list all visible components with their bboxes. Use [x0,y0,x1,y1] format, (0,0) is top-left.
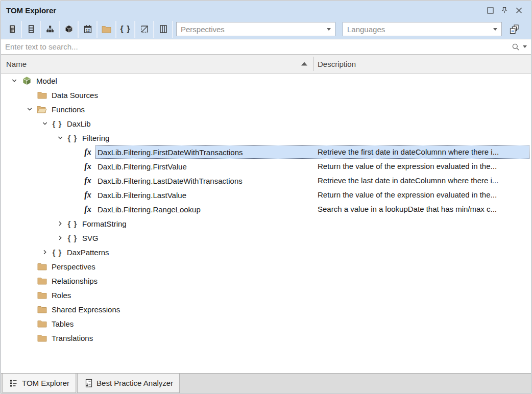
chevron-spacer [23,274,36,288]
tab-tom-explorer[interactable]: TOM Explorer [3,374,76,393]
folder-icon [36,274,48,288]
column-header-name[interactable]: Name [6,60,27,68]
chevron-spacer [23,288,36,302]
tree-row[interactable]: fxDaxLib.Filtering.LastValueReturn the v… [1,188,531,202]
braces-icon: { } [51,116,63,131]
pin-button[interactable] [497,4,512,17]
toolbar: 12 { } Perspectives Languages [1,19,531,39]
namespaces-button[interactable]: { } [116,21,135,38]
folder-icon [36,316,48,331]
chevron-right-icon[interactable] [54,231,66,245]
close-icon [515,7,523,14]
tree-row[interactable]: Tables [1,316,531,331]
tab-label: TOM Explorer [22,379,69,387]
column-header-description[interactable]: Description [318,60,356,68]
tree-item-description: Return the value of the expression evalu… [318,159,497,174]
tree-row[interactable]: fxDaxLib.Filtering.LastDateWithTransacti… [1,174,531,188]
tree-row[interactable]: { }DaxPatterns [1,245,531,259]
fx-icon: fx [82,202,94,216]
hierarchies-button[interactable] [41,21,60,38]
chevron-right-icon[interactable] [39,245,51,259]
tree-list-icon [9,379,18,388]
folder-icon [36,302,48,316]
tree-item-label: DaxPatterns [65,248,111,257]
column-divider[interactable] [313,57,314,71]
tree-row[interactable]: fxDaxLib.Filtering.FirstDateWithTransact… [1,145,531,159]
braces-icon: { } [51,245,63,259]
search-options-chevron-icon[interactable] [523,45,527,48]
pin-icon [500,6,509,14]
perspectives-dropdown[interactable]: Perspectives [176,22,335,36]
tree-item-label: Translations [50,334,94,342]
chevron-spacer [23,259,36,274]
calendar-icon: 12 [83,24,92,34]
tree-row[interactable]: Relationships [1,274,531,288]
tom-explorer-panel: TOM Explorer [1,1,531,393]
fx-icon: fx [82,174,94,188]
folder-open-icon [36,102,48,116]
tree-row[interactable]: Perspectives [1,259,531,274]
chevron-spacer [69,159,82,174]
search-icon[interactable] [512,43,520,51]
folder-icon [102,25,111,33]
braces-icon: { } [66,131,79,145]
partitions-button[interactable] [135,21,154,38]
tree-item-label: Perspectives [50,262,97,271]
cube-button[interactable] [60,21,79,38]
chevron-down-icon [493,28,497,31]
fx-icon: fx [82,159,94,174]
tree-item-label: Filtering [81,134,111,142]
maximize-button[interactable] [483,4,497,17]
tree-row[interactable]: Roles [1,288,531,302]
columns-icon [159,24,168,34]
chevron-down-icon [327,28,331,31]
analyzer-icon [84,379,93,388]
model-icon [20,73,33,88]
chevron-down-icon[interactable] [54,131,66,145]
tree-item-label: Functions [50,105,86,114]
tree-row[interactable]: { }FormatString [1,216,531,231]
tree-item-description: Retrieve the first date in dateColumnn w… [318,145,499,159]
calendar-button[interactable]: 12 [79,21,98,38]
folder-icon [36,288,48,302]
chevron-down-icon[interactable] [8,73,20,88]
collapse-all-button[interactable] [506,21,522,37]
tree-item-description: Search a value in a lookupDate that has … [318,202,497,216]
tree-item-label: DaxLib [65,119,92,128]
tree-row[interactable]: { }Filtering [1,131,531,145]
tree-row[interactable]: Data Sources [1,88,531,102]
columns-button[interactable] [154,21,173,38]
grid-header: Name Description [1,54,531,73]
tree-row[interactable]: { }SVG [1,231,531,245]
chevron-down-icon[interactable] [23,102,36,116]
chevron-spacer [69,188,82,202]
search-bar[interactable]: Enter text to search... [1,39,531,54]
tree-row[interactable]: Functions [1,102,531,116]
measures-button[interactable] [3,21,22,38]
tree-row[interactable]: { }DaxLib [1,116,531,131]
tables-button[interactable] [22,21,41,38]
tree-row[interactable]: Model [1,73,531,88]
chevron-right-icon[interactable] [54,216,66,231]
chevron-spacer [23,316,36,331]
tree-item-label: DaxLib.Filtering.FirstDateWithTransactio… [96,148,245,157]
model-tree: ModelData SourcesFunctions{ }DaxLib{ }Fi… [1,73,531,373]
tree-row[interactable]: fxDaxLib.Filtering.FirstValueReturn the … [1,159,531,174]
close-button[interactable] [512,4,526,17]
folders-button[interactable] [98,21,116,38]
titlebar: TOM Explorer [1,1,531,19]
search-input[interactable]: Enter text to search... [5,42,512,51]
bottom-tabstrip: TOM Explorer Best Practice Analyzer [1,373,531,393]
perspectives-placeholder: Perspectives [181,25,324,34]
tree-row[interactable]: fxDaxLib.Filtering.RangeLookupSearch a v… [1,202,531,216]
chevron-spacer [23,331,36,345]
tab-best-practice-analyzer[interactable]: Best Practice Analyzer [77,374,180,393]
chevron-spacer [69,202,82,216]
folder-icon [36,88,48,102]
folder-icon [36,259,48,274]
chevron-down-icon[interactable] [39,116,51,131]
tree-item-label: DaxLib.Filtering.FirstValue [96,162,188,171]
languages-dropdown[interactable]: Languages [343,22,502,36]
tree-row[interactable]: Shared Expressions [1,302,531,316]
tree-row[interactable]: Translations [1,331,531,345]
